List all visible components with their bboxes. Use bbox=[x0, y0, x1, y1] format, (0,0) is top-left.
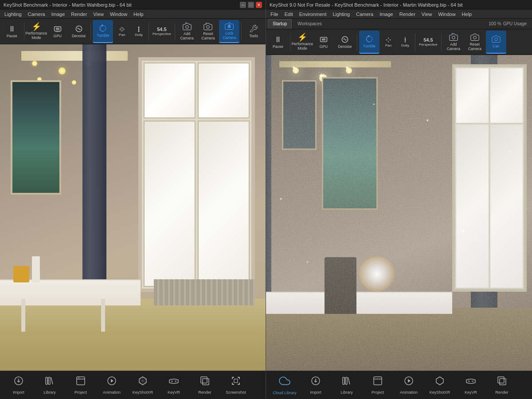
keyshotxr-icon-right bbox=[434, 376, 445, 389]
taskbar-project-right[interactable]: Project bbox=[363, 372, 393, 398]
menu-camera-right[interactable]: Camera bbox=[353, 10, 376, 19]
menu-environment-right[interactable]: Environment bbox=[297, 10, 329, 19]
lock-camera-icon-right bbox=[492, 35, 501, 43]
screenshot-svg bbox=[231, 376, 241, 386]
menu-lighting-left[interactable]: Lighting bbox=[2, 10, 24, 19]
tools-icon-left bbox=[249, 24, 258, 33]
pan-button-right[interactable]: Pan bbox=[380, 31, 396, 54]
svg-rect-33 bbox=[343, 377, 344, 384]
reset-camera-icon-right bbox=[470, 33, 479, 42]
taskbar-keyvr-left[interactable]: KeyVR bbox=[159, 372, 189, 398]
menu-window-left[interactable]: Window bbox=[107, 10, 130, 19]
viewport-left[interactable] bbox=[0, 44, 266, 371]
keyshotxr-icon-left bbox=[137, 376, 148, 389]
toolbar-left: ⏸ Pause ⚡ Performance Mode GPU Denoise bbox=[0, 19, 266, 44]
tab-startup[interactable]: Startup bbox=[268, 19, 292, 29]
reset-camera-icon-left bbox=[203, 22, 212, 31]
taskbar-library-right[interactable]: Library bbox=[332, 372, 362, 398]
taskbar-render-right[interactable]: Render bbox=[487, 372, 517, 398]
cloud-library-icon-right bbox=[279, 375, 290, 389]
add-camera-button-left[interactable]: AddCamera bbox=[177, 20, 197, 43]
gpu-button-right[interactable]: GPU bbox=[313, 31, 334, 54]
svg-rect-35 bbox=[374, 377, 382, 385]
taskbar-render-left[interactable]: Render bbox=[190, 372, 220, 398]
taskbar-keyshotxr-right[interactable]: KeyShotXR bbox=[425, 372, 455, 398]
heater-ribs bbox=[154, 279, 255, 305]
tools-button-left[interactable]: Tools bbox=[243, 20, 264, 43]
cloud-svg bbox=[279, 375, 290, 387]
taskbar-right: Cloud Library Import Library Project Ani… bbox=[266, 371, 532, 399]
keyvr-svg bbox=[168, 376, 179, 386]
pause-button-left[interactable]: ⏸ Pause bbox=[2, 20, 22, 43]
svg-point-38 bbox=[472, 380, 473, 382]
sparkle-2: ✦ bbox=[318, 71, 325, 81]
svg-point-17 bbox=[452, 36, 455, 39]
separator-5 bbox=[241, 23, 242, 40]
animation-icon-right bbox=[403, 376, 414, 389]
gpu-usage-label: GPU Usage bbox=[503, 21, 527, 26]
tab-workspaces[interactable]: Workspaces bbox=[293, 19, 327, 29]
taskbar-animation-left[interactable]: Animation bbox=[97, 372, 127, 398]
taskbar-import-left[interactable]: Import bbox=[4, 372, 34, 398]
library-icon-right bbox=[341, 376, 352, 389]
gpu-button-left[interactable]: GPU bbox=[47, 20, 68, 43]
add-camera-icon-left bbox=[183, 22, 192, 31]
separator-3 bbox=[149, 23, 149, 40]
taskbar-project-left[interactable]: Project bbox=[66, 372, 96, 398]
denoise-button-right[interactable]: Denoise bbox=[335, 31, 355, 54]
menu-camera-left[interactable]: Camera bbox=[25, 10, 48, 19]
menu-view-right[interactable]: View bbox=[419, 10, 435, 19]
add-camera-button-right[interactable]: AddCamera bbox=[443, 31, 464, 54]
taskbar-library-left[interactable]: Library bbox=[35, 372, 65, 398]
menu-image-left[interactable]: Image bbox=[49, 10, 68, 19]
tumble-icon-left bbox=[98, 24, 107, 33]
minimize-button-left[interactable]: ─ bbox=[240, 2, 246, 8]
viewport-right[interactable]: ✦ ✦ ✦ bbox=[266, 55, 532, 371]
maximize-button-left[interactable]: □ bbox=[248, 2, 254, 8]
separator-r3 bbox=[415, 33, 415, 51]
import-svg bbox=[13, 376, 24, 386]
taskbar-keyshotxr-left[interactable]: KeyShotXR bbox=[128, 372, 158, 398]
dolly-icon-left bbox=[135, 26, 142, 33]
reset-camera-button-left[interactable]: ResetCamera bbox=[198, 20, 219, 43]
reset-camera-button-right[interactable]: ResetCamera bbox=[465, 31, 485, 54]
svg-point-10 bbox=[207, 26, 210, 29]
pause-button-right[interactable]: ⏸ Pause bbox=[268, 31, 288, 54]
denoise-button-left[interactable]: Denoise bbox=[69, 20, 89, 43]
tumble-button-left[interactable]: Tumble bbox=[93, 20, 113, 43]
pan-icon-left bbox=[118, 26, 125, 33]
menu-view-left[interactable]: View bbox=[90, 10, 106, 19]
close-button-left[interactable]: ✕ bbox=[256, 2, 262, 8]
menu-lighting-right[interactable]: Lighting bbox=[330, 10, 352, 19]
svg-rect-39 bbox=[498, 377, 504, 383]
taskbar-cloud-library-right[interactable]: Cloud Library bbox=[270, 372, 300, 398]
pan-button-left[interactable]: Pan bbox=[114, 20, 130, 43]
import-svg-r bbox=[310, 376, 321, 386]
menu-window-right[interactable]: Window bbox=[435, 10, 458, 19]
sparkle-9: ✦ bbox=[306, 260, 309, 264]
window-right: KeyShot 9.0 Not For Resale - KeyShot Ben… bbox=[266, 0, 532, 371]
menu-edit-right[interactable]: Edit bbox=[282, 10, 296, 19]
menu-render-right[interactable]: Render bbox=[397, 10, 418, 19]
menu-file-right[interactable]: File bbox=[268, 10, 281, 19]
taskbar-keyvr-right[interactable]: KeyVR bbox=[456, 372, 486, 398]
desk-leg-2-left bbox=[101, 299, 105, 332]
menu-render-left[interactable]: Render bbox=[68, 10, 90, 19]
lock-camera-button-right[interactable]: Can bbox=[486, 31, 506, 54]
taskbar-screenshot-left[interactable]: Screenshot bbox=[221, 372, 251, 398]
tumble-button-right[interactable]: Tumble bbox=[359, 31, 379, 54]
dolly-button-right[interactable]: Dolly bbox=[397, 31, 413, 54]
taskbar-animation-right[interactable]: Animation bbox=[394, 372, 424, 398]
menu-image-right[interactable]: Image bbox=[377, 10, 396, 19]
menu-help-left[interactable]: Help bbox=[131, 10, 146, 19]
keyvr-icon-right bbox=[466, 376, 476, 389]
menu-help-right[interactable]: Help bbox=[459, 10, 475, 19]
render-icon-right bbox=[497, 376, 507, 389]
lock-camera-button-left[interactable]: LockCamera bbox=[219, 20, 239, 43]
taskbar-import-right[interactable]: Import bbox=[301, 372, 331, 398]
performance-mode-button-left[interactable]: ⚡ Performance Mode bbox=[26, 20, 47, 43]
performance-mode-button-right[interactable]: ⚡ PerformanceMode bbox=[292, 31, 313, 54]
dolly-button-left[interactable]: Dolly bbox=[131, 20, 147, 43]
svg-point-20 bbox=[473, 36, 476, 39]
perspective-value-right: 54.5 Perspective bbox=[417, 36, 439, 47]
